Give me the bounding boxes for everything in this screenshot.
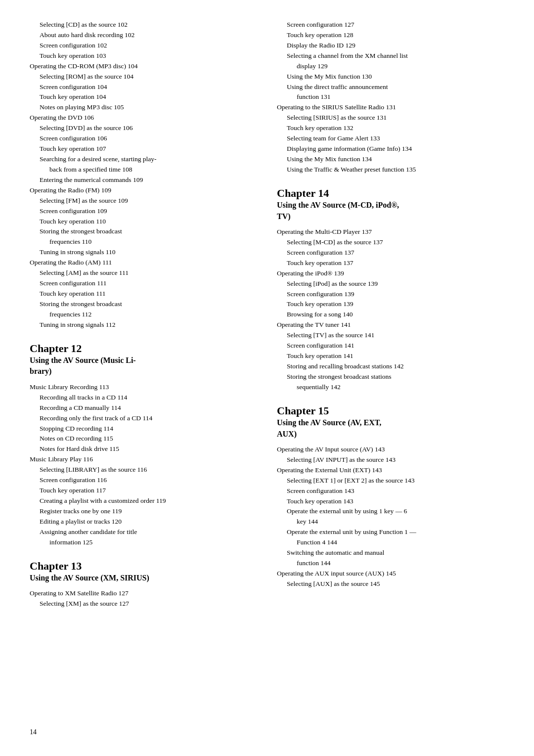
list-item: Touch key operation 128 [277,30,504,41]
list-item: Selecting [iPod] as the source 139 [277,279,504,289]
list-item: Tuning in strong signals 110 [30,247,257,258]
list-item: function 144 [277,558,504,569]
list-item: Storing the strongest broadcast [30,226,257,237]
chapter14-entries: Operating the Multi-CD Player 137 Select… [277,227,504,393]
list-item: Register tracks one by one 119 [30,506,257,517]
list-item: Selecting [SIRIUS] as the source 131 [277,113,504,123]
list-item: Operating the External Unit (EXT) 143 [277,465,504,476]
list-item: Operating to the SIRIUS Satellite Radio … [277,102,504,113]
list-item: Storing and recalling broadcast stations… [277,361,504,372]
list-item: Switching the automatic and manual [277,548,504,558]
list-item: Screen configuration 139 [277,289,504,300]
list-item: Selecting [LIBRARY] as the source 116 [30,465,257,475]
left-column: Selecting [CD] as the source 102 About a… [30,20,257,736]
list-item: display 129 [277,61,504,72]
list-item: Screen configuration 104 [30,82,257,92]
list-item: Operate the external unit by using 1 key… [277,506,504,517]
chapter12-title: Chapter 12 [30,342,257,355]
list-item: Recording a CD manually 114 [30,403,257,413]
chapter14-subtitle: Using the AV Source (M-CD, iPod®,TV) [277,200,504,222]
list-item: Operating the Radio (AM) 111 [30,258,257,268]
list-item: Using the Traffic & Weather preset funct… [277,165,504,175]
list-item: Touch key operation 103 [30,51,257,61]
chapter13-title: Chapter 13 [30,560,257,573]
list-item: Touch key operation 110 [30,217,257,227]
list-item: function 131 [277,92,504,102]
chapter14-title: Chapter 14 [277,187,504,200]
list-item: Operating the CD-ROM (MP3 disc) 104 [30,61,257,72]
list-item: Selecting [EXT 1] or [EXT 2] as the sour… [277,476,504,486]
list-item: Browsing for a song 140 [277,310,504,320]
chapter13-subtitle: Using the AV Source (XM, SIRIUS) [30,573,257,583]
list-item: Touch key operation 139 [277,299,504,310]
list-item: Touch key operation 137 [277,258,504,268]
list-item: Using the My Mix function 134 [277,154,504,165]
list-item: Creating a playlist with a customized or… [30,496,257,506]
list-item: Screen configuration 111 [30,278,257,289]
list-item: Operating the AUX input source (AUX) 145 [277,569,504,579]
chapter15-title: Chapter 15 [277,404,504,417]
chapter15-entries: Operating the AV Input source (AV) 143 S… [277,445,504,589]
list-item: Operating the Multi-CD Player 137 [277,227,504,237]
list-item: Touch key operation 107 [30,144,257,154]
list-item: Operating the TV tuner 141 [277,320,504,330]
list-item: Using the My Mix function 130 [277,72,504,82]
list-item: Selecting [FM] as the source 109 [30,196,257,206]
list-item: Touch key operation 141 [277,351,504,361]
list-item: Searching for a desired scene, starting … [30,154,257,165]
list-item: Function 4 144 [277,537,504,548]
list-item: Selecting team for Game Alert 133 [277,133,504,144]
list-item: Operate the external unit by using Funct… [277,527,504,537]
list-item: Recording only the first track of a CD 1… [30,413,257,424]
list-item: Music Library Play 116 [30,454,257,465]
list-item: Operating the Radio (FM) 109 [30,185,257,196]
list-item: Selecting [XM] as the source 127 [30,599,257,609]
chapter12-subtitle: Using the AV Source (Music Li-brary) [30,355,257,377]
list-item: Storing the strongest broadcast [30,299,257,310]
list-item: Screen configuration 106 [30,133,257,144]
list-item: information 125 [30,537,257,548]
list-item: Touch key operation 117 [30,486,257,496]
list-item: Storing the strongest broadcast stations [277,372,504,382]
list-item: Notes for Hard disk drive 115 [30,444,257,454]
list-item: Selecting [AUX] as the source 145 [277,579,504,589]
list-item: Selecting a channel from the XM channel … [277,51,504,61]
chapter14-block: Chapter 14 Using the AV Source (M-CD, iP… [277,187,504,224]
chapter12-entries: Music Library Recording 113 Recording al… [30,382,257,548]
list-item: Music Library Recording 113 [30,382,257,393]
chapter12-block: Chapter 12 Using the AV Source (Music Li… [30,342,257,379]
chapter13-entries: Operating to XM Satellite Radio 127 Sele… [30,588,257,609]
list-item: Assigning another candidate for title [30,527,257,537]
list-item: frequencies 110 [30,237,257,247]
list-item: Operating the iPod® 139 [277,268,504,279]
list-item: Selecting [M-CD] as the source 137 [277,237,504,248]
page: Selecting [CD] as the source 102 About a… [0,0,534,756]
list-item: frequencies 112 [30,310,257,320]
chapter13-continuation: Screen configuration 127 Touch key opera… [277,20,504,175]
list-item: Screen configuration 127 [277,20,504,30]
list-item: Selecting [CD] as the source 102 [30,20,257,30]
list-item: Screen configuration 102 [30,41,257,51]
list-item: key 144 [277,517,504,527]
list-item: Touch key operation 111 [30,289,257,299]
list-item: Displaying game information (Game Info) … [277,144,504,154]
list-item: Screen configuration 143 [277,486,504,496]
list-item: Notes on playing MP3 disc 105 [30,102,257,113]
list-item: Using the direct traffic announcement [277,82,504,92]
right-column: Screen configuration 127 Touch key opera… [277,20,504,736]
list-item: Stopping CD recording 114 [30,424,257,434]
list-item: Display the Radio ID 129 [277,41,504,51]
list-item: Screen configuration 116 [30,475,257,486]
chapter15-subtitle: Using the AV Source (AV, EXT,AUX) [277,417,504,440]
list-item: Operating the DVD 106 [30,113,257,123]
chapter15-block: Chapter 15 Using the AV Source (AV, EXT,… [277,404,504,442]
list-item: Screen configuration 109 [30,206,257,217]
page-number: 14 [30,728,257,736]
two-column-layout: Selecting [CD] as the source 102 About a… [30,20,504,736]
list-item: Notes on CD recording 115 [30,434,257,444]
list-item: Touch key operation 104 [30,92,257,102]
list-item: Operating to XM Satellite Radio 127 [30,588,257,599]
list-item: Selecting [ROM] as the source 104 [30,72,257,82]
list-item: Editing a playlist or tracks 120 [30,517,257,527]
list-item: Tuning in strong signals 112 [30,320,257,330]
